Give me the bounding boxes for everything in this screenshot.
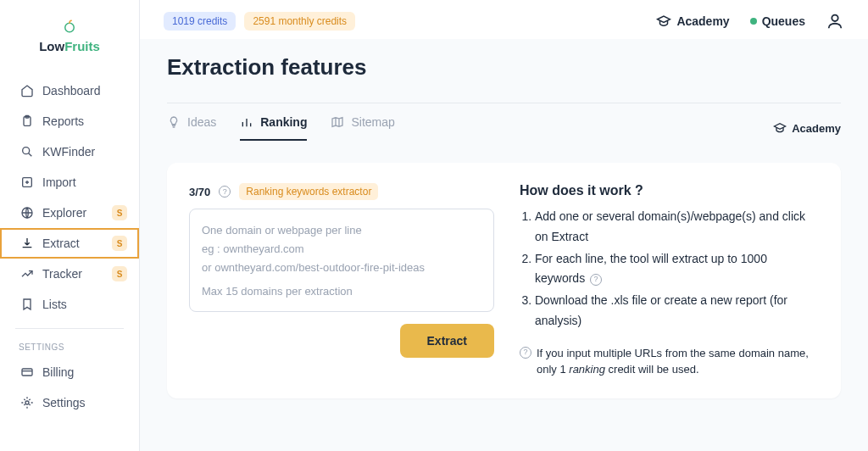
tab-ideas[interactable]: Ideas <box>167 115 216 141</box>
academy-label: Academy <box>792 122 841 135</box>
placeholder-line: or owntheyard.com/best-outdoor-fire-pit-… <box>202 259 481 277</box>
clipboard-icon <box>20 114 34 128</box>
page-title: Extraction features <box>167 54 841 81</box>
topbar: 1019 credits 2591 monthly credits Academ… <box>140 0 868 39</box>
main-nav: Dashboard Reports KWFinder Import Explor… <box>0 75 139 418</box>
map-icon <box>331 115 344 129</box>
plus-square-icon <box>20 175 34 189</box>
svg-rect-6 <box>22 369 32 376</box>
sidebar-item-settings[interactable]: Settings <box>0 387 139 418</box>
sidebar-item-label: Lists <box>42 298 67 311</box>
svg-point-3 <box>23 148 30 154</box>
academy-inline-link[interactable]: Academy <box>773 121 841 135</box>
gear-icon <box>20 396 34 409</box>
svg-point-8 <box>832 15 837 21</box>
user-icon[interactable] <box>826 12 844 31</box>
status-dot-icon <box>750 18 757 25</box>
tab-label: Ranking <box>260 115 307 129</box>
subscription-badge: S <box>112 236 127 251</box>
monthly-credits-pill[interactable]: 2591 monthly credits <box>244 12 355 31</box>
note-suffix: credit will be used. <box>605 363 699 376</box>
max-note: Max 15 domains per extraction <box>202 282 353 301</box>
how-title: How does it work ? <box>520 183 819 198</box>
step-item: For each line, the tool will extract up … <box>535 249 819 290</box>
extractor-card: 3/70 ? Ranking keywords extractor One do… <box>167 163 841 398</box>
steps-list: Add one or several domain(s)/webpage(s) … <box>520 207 819 331</box>
sidebar-item-billing[interactable]: Billing <box>0 357 139 387</box>
sidebar-item-label: Extract <box>42 237 80 250</box>
step-item: Download the .xls file or create a new r… <box>535 291 819 331</box>
help-icon[interactable]: ? <box>520 347 531 359</box>
extractor-badge: Ranking keywords extractor <box>239 183 378 200</box>
queues-link[interactable]: Queues <box>750 14 805 28</box>
bookmark-icon <box>20 298 34 311</box>
sidebar-item-tracker[interactable]: Tracker S <box>0 259 139 289</box>
subscription-badge: S <box>112 266 127 281</box>
sidebar-item-label: Billing <box>42 365 74 379</box>
globe-icon <box>20 206 34 220</box>
academy-link[interactable]: Academy <box>656 14 729 29</box>
placeholder-line: eg : owntheyard.com <box>202 240 481 259</box>
credits-pill[interactable]: 1019 credits <box>164 12 236 31</box>
divider <box>167 103 841 103</box>
sidebar-item-extract[interactable]: Extract S <box>0 228 139 259</box>
logo-icon <box>62 19 77 34</box>
help-icon[interactable]: ? <box>219 186 231 198</box>
sidebar-item-dashboard[interactable]: Dashboard <box>0 75 139 106</box>
step-text: For each line, the tool will extract up … <box>535 252 767 286</box>
sidebar: LowFruits Dashboard Reports KWFinder Imp… <box>0 0 140 451</box>
sidebar-item-label: Settings <box>42 396 86 409</box>
sidebar-item-label: Import <box>42 175 76 189</box>
credits-group: 1019 credits 2591 monthly credits <box>164 12 355 31</box>
sidebar-item-kwfinder[interactable]: KWFinder <box>0 136 139 167</box>
help-icon[interactable]: ? <box>590 274 602 286</box>
home-icon <box>20 84 34 97</box>
domains-input[interactable]: One domain or webpage per line eg : ownt… <box>189 209 494 312</box>
trend-icon <box>20 267 34 281</box>
tab-label: Ideas <box>187 115 216 129</box>
svg-point-7 <box>25 401 29 404</box>
sidebar-item-import[interactable]: Import <box>0 167 139 198</box>
step-item: Add one or several domain(s)/webpage(s) … <box>535 207 819 248</box>
note-italic: ranking <box>569 363 605 376</box>
how-column: How does it work ? Add one or several do… <box>520 183 819 378</box>
usage-counter: 3/70 <box>189 186 210 198</box>
sidebar-item-label: Reports <box>42 114 84 128</box>
top-right: Academy Queues <box>656 12 844 31</box>
sidebar-item-label: Explorer <box>42 206 86 220</box>
svg-point-0 <box>65 23 75 32</box>
note-text: If you input multiple URLs from the same… <box>537 345 819 378</box>
sidebar-item-reports[interactable]: Reports <box>0 106 139 136</box>
tabs: Ideas Ranking Sitemap <box>167 115 395 141</box>
placeholder-line: One domain or webpage per line <box>202 221 481 240</box>
academy-icon <box>656 14 671 29</box>
tab-ranking[interactable]: Ranking <box>240 115 307 141</box>
settings-heading: SETTINGS <box>0 337 139 357</box>
academy-label: Academy <box>676 14 729 28</box>
brand-name: LowFruits <box>0 39 139 53</box>
tabs-row: Ideas Ranking Sitemap Academy <box>167 115 841 141</box>
download-icon <box>20 237 34 250</box>
tab-label: Sitemap <box>351 115 394 129</box>
sidebar-item-lists[interactable]: Lists <box>0 289 139 320</box>
extractor-column: 3/70 ? Ranking keywords extractor One do… <box>189 183 494 378</box>
counter-row: 3/70 ? Ranking keywords extractor <box>189 183 494 200</box>
content: Extraction features Ideas Ranking Sitema… <box>140 39 868 415</box>
sidebar-item-label: KWFinder <box>42 145 95 159</box>
search-icon <box>20 145 34 159</box>
subscription-badge: S <box>112 205 127 220</box>
nav-divider <box>15 328 124 329</box>
brand: LowFruits <box>0 19 139 53</box>
queues-label: Queues <box>762 14 805 28</box>
sidebar-item-label: Tracker <box>42 267 82 281</box>
sidebar-item-explorer[interactable]: Explorer S <box>0 198 139 228</box>
credit-note: ? If you input multiple URLs from the sa… <box>520 345 819 378</box>
academy-icon <box>773 121 787 135</box>
lightbulb-icon <box>167 115 181 129</box>
tab-sitemap[interactable]: Sitemap <box>331 115 394 141</box>
sidebar-item-label: Dashboard <box>42 84 101 97</box>
card-icon <box>20 365 34 379</box>
bar-chart-icon <box>240 115 253 129</box>
extract-button[interactable]: Extract <box>400 324 494 358</box>
main: 1019 credits 2591 monthly credits Academ… <box>140 0 868 451</box>
